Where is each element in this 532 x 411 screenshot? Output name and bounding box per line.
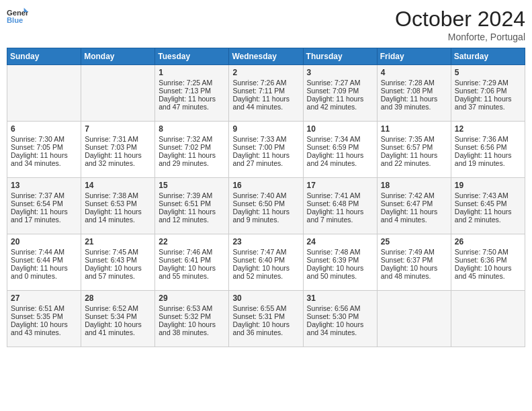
daylight-text: Daylight: 10 hours and 36 minutes. <box>232 320 299 336</box>
sunrise-text: Sunrise: 7:46 AM <box>159 248 225 256</box>
daylight-text: Daylight: 11 hours and 14 minutes. <box>85 208 151 224</box>
daylight-text: Daylight: 11 hours and 44 minutes. <box>232 95 299 111</box>
calendar-cell: 15Sunrise: 7:39 AMSunset: 6:51 PMDayligh… <box>155 178 229 234</box>
sunset-text: Sunset: 5:32 PM <box>159 312 225 320</box>
day-number: 28 <box>85 293 151 303</box>
sunset-text: Sunset: 6:53 PM <box>85 199 151 208</box>
calendar-cell: 10Sunrise: 7:34 AMSunset: 6:59 PMDayligh… <box>303 122 377 178</box>
calendar-cell: 11Sunrise: 7:35 AMSunset: 6:57 PMDayligh… <box>377 122 451 178</box>
sunset-text: Sunset: 6:54 PM <box>11 199 77 208</box>
day-number: 14 <box>85 181 151 190</box>
sunset-text: Sunset: 7:03 PM <box>85 143 151 151</box>
daylight-text: Daylight: 10 hours and 52 minutes. <box>232 264 299 280</box>
day-number: 31 <box>307 293 373 303</box>
calendar-cell <box>81 65 155 122</box>
calendar-cell: 2Sunrise: 7:26 AMSunset: 7:11 PMDaylight… <box>229 65 303 122</box>
day-number: 12 <box>455 124 521 134</box>
day-number: 9 <box>232 124 299 134</box>
day-number: 3 <box>307 68 373 77</box>
daylight-text: Daylight: 10 hours and 55 minutes. <box>159 264 225 280</box>
sunrise-text: Sunrise: 7:29 AM <box>455 79 521 87</box>
sunrise-text: Sunrise: 6:56 AM <box>307 304 373 312</box>
day-header-tuesday: Tuesday <box>155 48 229 65</box>
day-number: 7 <box>85 124 151 134</box>
location: Monforte, Portugal <box>395 32 525 42</box>
sunrise-text: Sunrise: 7:25 AM <box>159 79 225 87</box>
daylight-text: Daylight: 10 hours and 43 minutes. <box>11 320 77 336</box>
daylight-text: Daylight: 11 hours and 32 minutes. <box>85 151 151 167</box>
sunrise-text: Sunrise: 7:42 AM <box>381 191 447 199</box>
daylight-text: Daylight: 10 hours and 34 minutes. <box>307 320 373 336</box>
daylight-text: Daylight: 11 hours and 27 minutes. <box>232 151 299 167</box>
sunset-text: Sunset: 6:36 PM <box>455 256 521 264</box>
sunrise-text: Sunrise: 7:27 AM <box>307 79 373 87</box>
day-number: 15 <box>159 181 225 190</box>
day-number: 30 <box>232 293 299 303</box>
sunrise-text: Sunrise: 7:49 AM <box>381 248 447 256</box>
day-number: 18 <box>381 181 447 190</box>
calendar-cell: 21Sunrise: 7:45 AMSunset: 6:43 PMDayligh… <box>81 234 155 291</box>
sunset-text: Sunset: 6:43 PM <box>85 256 151 264</box>
daylight-text: Daylight: 10 hours and 45 minutes. <box>455 264 521 280</box>
sunrise-text: Sunrise: 7:35 AM <box>381 135 447 143</box>
sunset-text: Sunset: 7:06 PM <box>455 87 521 95</box>
day-number: 17 <box>307 181 373 190</box>
day-number: 19 <box>455 181 521 190</box>
calendar-cell: 7Sunrise: 7:31 AMSunset: 7:03 PMDaylight… <box>81 122 155 178</box>
sunrise-text: Sunrise: 6:52 AM <box>85 304 151 312</box>
sunrise-text: Sunrise: 7:33 AM <box>232 135 299 143</box>
sunrise-text: Sunrise: 7:38 AM <box>85 191 151 199</box>
sunset-text: Sunset: 6:40 PM <box>232 256 299 264</box>
daylight-text: Daylight: 11 hours and 9 minutes. <box>232 208 299 224</box>
daylight-text: Daylight: 10 hours and 50 minutes. <box>307 264 373 280</box>
sunrise-text: Sunrise: 7:31 AM <box>85 135 151 143</box>
day-number: 5 <box>455 68 521 77</box>
calendar-cell: 4Sunrise: 7:28 AMSunset: 7:08 PMDaylight… <box>377 65 451 122</box>
sunset-text: Sunset: 6:37 PM <box>381 256 447 264</box>
calendar-cell <box>7 65 81 122</box>
sunrise-text: Sunrise: 7:37 AM <box>11 191 77 199</box>
calendar-cell: 13Sunrise: 7:37 AMSunset: 6:54 PMDayligh… <box>7 178 81 234</box>
title-block: October 2024 Monforte, Portugal <box>395 7 525 42</box>
calendar-week-2: 6Sunrise: 7:30 AMSunset: 7:05 PMDaylight… <box>7 122 525 178</box>
sunset-text: Sunset: 7:08 PM <box>381 87 447 95</box>
sunset-text: Sunset: 6:48 PM <box>307 199 373 208</box>
sunrise-text: Sunrise: 7:36 AM <box>455 135 521 143</box>
sunrise-text: Sunrise: 7:30 AM <box>11 135 77 143</box>
day-number: 25 <box>381 237 447 246</box>
daylight-text: Daylight: 10 hours and 57 minutes. <box>85 264 151 280</box>
calendar-cell: 14Sunrise: 7:38 AMSunset: 6:53 PMDayligh… <box>81 178 155 234</box>
calendar-cell: 31Sunrise: 6:56 AMSunset: 5:30 PMDayligh… <box>303 291 377 347</box>
sunrise-text: Sunrise: 7:43 AM <box>455 191 521 199</box>
sunset-text: Sunset: 6:57 PM <box>381 143 447 151</box>
daylight-text: Daylight: 11 hours and 29 minutes. <box>159 151 225 167</box>
sunrise-text: Sunrise: 7:34 AM <box>307 135 373 143</box>
sunset-text: Sunset: 6:45 PM <box>455 199 521 208</box>
daylight-text: Daylight: 11 hours and 47 minutes. <box>159 95 225 111</box>
daylight-text: Daylight: 10 hours and 41 minutes. <box>85 320 151 336</box>
daylight-text: Daylight: 11 hours and 42 minutes. <box>307 95 373 111</box>
calendar-cell: 9Sunrise: 7:33 AMSunset: 7:00 PMDaylight… <box>229 122 303 178</box>
daylight-text: Daylight: 11 hours and 24 minutes. <box>307 151 373 167</box>
sunrise-text: Sunrise: 7:50 AM <box>455 248 521 256</box>
calendar-cell: 24Sunrise: 7:48 AMSunset: 6:39 PMDayligh… <box>303 234 377 291</box>
sunset-text: Sunset: 6:56 PM <box>455 143 521 151</box>
day-number: 2 <box>232 68 299 77</box>
daylight-text: Daylight: 11 hours and 34 minutes. <box>11 151 77 167</box>
sunrise-text: Sunrise: 6:53 AM <box>159 304 225 312</box>
daylight-text: Daylight: 11 hours and 12 minutes. <box>159 208 225 224</box>
logo: General Blue <box>7 7 28 26</box>
day-number: 24 <box>307 237 373 246</box>
calendar-cell: 12Sunrise: 7:36 AMSunset: 6:56 PMDayligh… <box>451 122 525 178</box>
day-number: 13 <box>11 181 77 190</box>
sunset-text: Sunset: 5:34 PM <box>85 312 151 320</box>
calendar-cell: 3Sunrise: 7:27 AMSunset: 7:09 PMDaylight… <box>303 65 377 122</box>
calendar-cell <box>451 291 525 347</box>
sunrise-text: Sunrise: 7:47 AM <box>232 248 299 256</box>
daylight-text: Daylight: 11 hours and 4 minutes. <box>381 208 447 224</box>
daylight-text: Daylight: 10 hours and 38 minutes. <box>159 320 225 336</box>
sunset-text: Sunset: 7:05 PM <box>11 143 77 151</box>
sunrise-text: Sunrise: 7:32 AM <box>159 135 225 143</box>
sunset-text: Sunset: 6:44 PM <box>11 256 77 264</box>
day-header-wednesday: Wednesday <box>229 48 303 65</box>
